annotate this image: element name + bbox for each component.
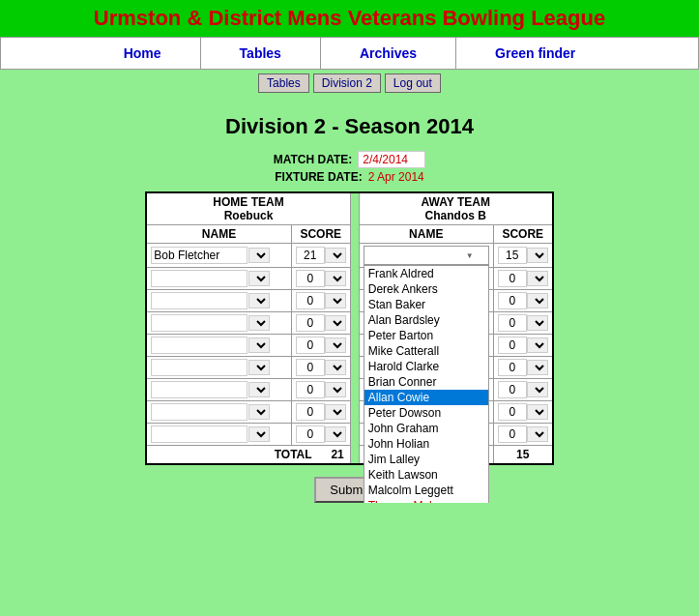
home-score-select[interactable] — [325, 426, 346, 442]
away-player-dropdown-trigger[interactable]: ▼ — [364, 246, 489, 265]
home-score-input[interactable] — [296, 247, 325, 264]
home-player-name-input[interactable] — [151, 381, 248, 398]
dropdown-player-item[interactable]: Frank Aldred — [364, 266, 488, 281]
home-player-select[interactable] — [248, 293, 270, 308]
dropdown-player-item[interactable]: Thomas Malam — [364, 498, 488, 503]
away-score-input[interactable] — [498, 247, 527, 264]
home-player-select[interactable] — [248, 337, 270, 353]
nav-tables[interactable]: Tables — [201, 38, 321, 69]
home-score-select[interactable] — [325, 337, 346, 353]
away-score-input[interactable] — [498, 292, 527, 309]
home-player-name-input[interactable] — [151, 314, 248, 332]
nav-home[interactable]: Home — [85, 38, 201, 69]
away-score-select[interactable] — [527, 382, 548, 397]
dropdown-player-item[interactable]: John Graham — [364, 421, 488, 436]
home-score-input[interactable] — [296, 403, 325, 421]
home-player-select[interactable] — [248, 360, 270, 375]
nav-green-finder[interactable]: Green finder — [456, 38, 614, 69]
score-table: HOME TEAM Roebuck AWAY TEAM Chandos B NA… — [145, 191, 554, 465]
home-score-select[interactable] — [325, 293, 346, 308]
home-score-select[interactable] — [325, 248, 346, 263]
dropdown-player-item[interactable]: Keith Lawson — [364, 467, 488, 483]
home-score-input[interactable] — [296, 359, 325, 376]
away-score-select[interactable] — [527, 404, 548, 420]
away-score-input[interactable] — [498, 425, 527, 443]
sub-nav-division2[interactable]: Division 2 — [313, 73, 381, 93]
home-player-select[interactable] — [248, 404, 270, 420]
home-player-name-input[interactable] — [151, 292, 248, 309]
dropdown-player-item[interactable]: Allan Cowie — [364, 390, 488, 405]
home-score-input[interactable] — [296, 314, 325, 332]
away-score-input[interactable] — [498, 337, 527, 354]
away-score-input[interactable] — [498, 314, 527, 332]
home-player-name-input[interactable] — [151, 270, 248, 287]
away-score-select[interactable] — [527, 426, 548, 442]
away-score-cell — [493, 290, 553, 312]
dropdown-player-item[interactable]: Jim Lalley — [364, 452, 488, 467]
home-score-select[interactable] — [325, 360, 346, 375]
table-row — [146, 424, 553, 446]
home-player-select[interactable] — [248, 271, 270, 286]
table-row: ▼Frank AldredDerek AnkersStan BakerAlan … — [146, 244, 553, 268]
dropdown-player-item[interactable]: Malcolm Leggett — [364, 483, 488, 498]
home-score-input[interactable] — [296, 270, 325, 287]
away-score-input[interactable] — [498, 403, 527, 421]
dropdown-player-item[interactable]: Harold Clarke — [364, 359, 488, 374]
home-player-select[interactable] — [248, 382, 270, 397]
dropdown-player-item[interactable]: Stan Baker — [364, 297, 488, 312]
match-info: MATCH DATE: FIXTURE DATE: 2 Apr 2014 — [0, 151, 699, 184]
away-score-input[interactable] — [498, 381, 527, 398]
home-player-select[interactable] — [248, 426, 270, 442]
dropdown-player-item[interactable]: Mike Catterall — [364, 343, 488, 359]
home-name-cell — [146, 424, 291, 446]
home-score-select[interactable] — [325, 382, 346, 397]
home-score-input[interactable] — [296, 425, 325, 443]
table-row — [146, 312, 553, 335]
away-score-input[interactable] — [498, 270, 527, 287]
nav-archives[interactable]: Archives — [321, 38, 456, 69]
home-name-cell — [146, 312, 291, 335]
match-date-label: MATCH DATE: — [274, 153, 353, 166]
home-score-select[interactable] — [325, 404, 346, 420]
away-score-select[interactable] — [527, 293, 548, 308]
dropdown-player-item[interactable]: Brian Conner — [364, 374, 488, 390]
home-score-input[interactable] — [296, 292, 325, 309]
home-player-name-input[interactable] — [151, 403, 248, 421]
away-score-select[interactable] — [527, 248, 548, 263]
home-score-input[interactable] — [296, 337, 325, 354]
dropdown-player-item[interactable]: Peter Barton — [364, 328, 488, 343]
home-score-cell — [291, 424, 350, 446]
away-score-select[interactable] — [527, 271, 548, 286]
home-score-cell — [291, 244, 350, 268]
home-player-select[interactable] — [248, 315, 270, 331]
match-date-input[interactable] — [358, 151, 425, 168]
dropdown-player-item[interactable]: Alan Bardsley — [364, 312, 488, 328]
sub-nav-logout[interactable]: Log out — [385, 73, 441, 93]
home-player-select[interactable] — [248, 248, 270, 263]
home-score-input[interactable] — [296, 381, 325, 398]
home-player-name-input[interactable] — [151, 337, 248, 354]
away-name-cell: ▼Frank AldredDerek AnkersStan BakerAlan … — [359, 244, 493, 268]
away-score-select[interactable] — [527, 315, 548, 331]
home-name-cell — [146, 290, 291, 312]
home-player-name-input[interactable] — [151, 359, 248, 376]
away-score-input[interactable] — [498, 359, 527, 376]
home-name-cell — [146, 335, 291, 357]
away-score-select[interactable] — [527, 337, 548, 353]
away-score-select[interactable] — [527, 360, 548, 375]
dropdown-player-item[interactable]: Peter Dowson — [364, 405, 488, 421]
table-row — [146, 290, 553, 312]
page-title: Division 2 - Season 2014 — [0, 114, 699, 139]
away-player-dropdown-list: Frank AldredDerek AnkersStan BakerAlan B… — [364, 265, 489, 503]
home-player-name-input[interactable] — [151, 247, 248, 264]
home-score-select[interactable] — [325, 315, 346, 331]
dropdown-player-item[interactable]: Derek Ankers — [364, 281, 488, 297]
sub-nav-tables[interactable]: Tables — [258, 73, 309, 93]
dropdown-player-item[interactable]: John Holian — [364, 436, 488, 452]
home-player-name-input[interactable] — [151, 425, 248, 443]
away-score-cell — [493, 244, 553, 268]
home-name-cell — [146, 357, 291, 379]
away-player-input[interactable] — [364, 249, 466, 262]
home-score-select[interactable] — [325, 271, 346, 286]
submit-row: Submit — [0, 477, 699, 503]
